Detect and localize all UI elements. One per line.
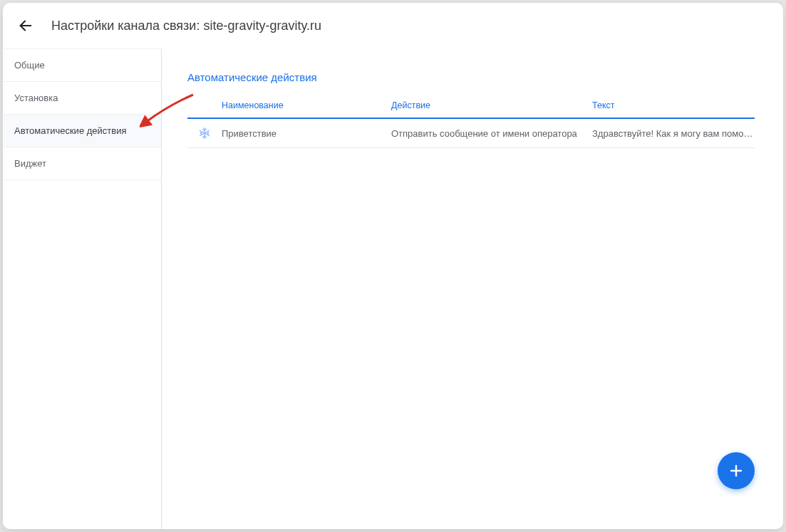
table-row[interactable]: Приветствие Отправить сообщение от имени…	[187, 119, 755, 148]
arrow-left-icon	[18, 18, 33, 33]
row-type-cell	[187, 127, 222, 140]
col-icon-header	[187, 100, 222, 110]
sidebar-item-widget[interactable]: Виджет	[3, 147, 161, 180]
row-text-cell: Здравствуйте! Как я могу вам помо…	[592, 128, 755, 139]
table-header-row: Наименование Действие Текст	[187, 100, 755, 119]
sidebar-item-install[interactable]: Установка	[3, 82, 161, 115]
sidebar-item-auto-actions[interactable]: Автоматические действия	[3, 115, 161, 147]
sidebar: Общие Установка Автоматические действия …	[3, 48, 162, 529]
content-title: Автоматические действия	[187, 71, 755, 83]
sidebar-item-label: Автоматические действия	[14, 125, 126, 136]
sidebar-item-label: Установка	[14, 93, 58, 103]
row-action-cell: Отправить сообщение от имени оператора	[391, 128, 592, 139]
snowflake-icon	[198, 127, 211, 140]
sidebar-item-label: Общие	[14, 60, 45, 71]
col-text-header[interactable]: Текст	[592, 100, 755, 110]
add-action-button[interactable]	[718, 452, 755, 489]
settings-modal: Настройки канала связи: site-gravity-gra…	[3, 3, 783, 529]
content-panel: Автоматические действия Наименование Дей…	[162, 48, 783, 529]
col-action-header[interactable]: Действие	[391, 100, 592, 110]
modal-header: Настройки канала связи: site-gravity-gra…	[3, 3, 783, 48]
sidebar-item-label: Виджет	[14, 158, 46, 169]
modal-title: Настройки канала связи: site-gravity-gra…	[51, 19, 321, 33]
sidebar-item-general[interactable]: Общие	[3, 48, 161, 82]
actions-table: Наименование Действие Текст	[187, 100, 755, 148]
col-name-header[interactable]: Наименование	[222, 100, 391, 110]
row-name-cell: Приветствие	[222, 128, 391, 139]
plus-icon	[728, 462, 745, 479]
back-button[interactable]	[17, 17, 34, 34]
